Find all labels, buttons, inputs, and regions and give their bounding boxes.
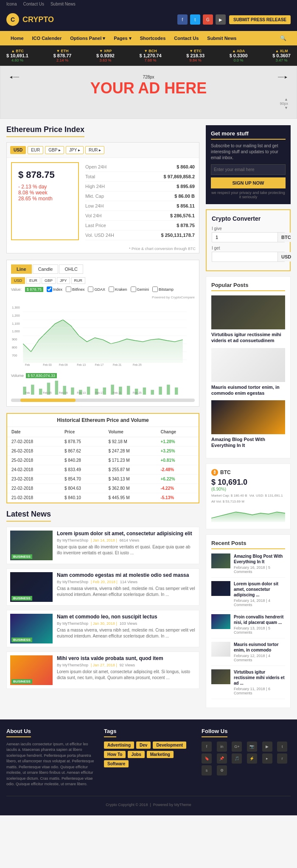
ticker-ada-change: 0.0 % [234,58,244,62]
nav-shortcodes[interactable]: Shortcodes [136,31,170,45]
ticker-btc[interactable]: ▲ BTC $ 10,691.1 4.60 % [6,49,28,62]
tab-gbp[interactable]: GBP ▸ [45,146,64,154]
footer-social-btn-10[interactable]: ▸ [262,753,272,764]
topbar-link-submit[interactable]: Submit News [50,2,76,6]
social-googleplus[interactable]: G [203,14,213,25]
footer-social-btn-0[interactable]: f [202,742,212,752]
topbar-link-icona[interactable]: Icona [6,2,17,6]
source-tab-eur[interactable]: EUR [26,277,40,284]
topbar-link-contact[interactable]: Contact Us [23,2,44,6]
popular-post-thumbnail [211,348,285,382]
filter-index[interactable]: Index [47,287,62,292]
filter-gemini[interactable]: Gemini [131,287,149,292]
tab-eur[interactable]: EUR [28,146,43,154]
footer-social-btn-4[interactable]: ▶ [262,742,272,752]
chart-tab-candle[interactable]: Candle [33,264,59,274]
popular-post-title[interactable]: Amazing Blog Post With Everything In It [211,436,285,449]
source-tab-jpy[interactable]: JPY [57,277,70,284]
submit-press-release-button[interactable]: SUBMIT PRESS RELEASE [229,15,291,24]
popular-post-title[interactable]: Virtutibus igitur rectissime mihi videri… [211,331,285,344]
recent-post-content: Proin convallis hendrerit nisi, id place… [234,614,285,635]
main-nav: Home ICO Calender Options Panel ▾ Pages … [0,31,297,45]
ticker-etc[interactable]: ▼ ETC $ 218.33 9.84 % [186,49,205,62]
recent-post-title[interactable]: Virtutibus igitur rectissime mihi videri… [234,669,285,686]
popular-post-item: Amazing Blog Post With Everything In It [211,400,285,449]
newsletter-signup-button[interactable]: SIGN UP NOW [211,177,286,188]
footer-tag[interactable]: Development [153,742,186,749]
news-list: BUSINESS Lorem ipsum dolor sit amet, con… [6,527,199,689]
price-note: * Price & chart conversion through BTC [7,244,199,253]
news-title[interactable]: Lorem ipsum dolor sit amet, consectetur … [57,531,196,537]
svg-text:Feb 03: Feb 03 [43,363,52,366]
social-youtube[interactable]: ▶ [216,14,226,25]
tab-usd[interactable]: USD [10,146,26,154]
recent-post-title[interactable]: Proin convallis hendrerit nisi, id place… [234,614,285,625]
chart-tab-ohlc[interactable]: OHLC [59,264,83,274]
footer-social-btn-9[interactable]: ⚡ [247,753,257,764]
source-tab-gbp[interactable]: GBP [42,277,56,284]
ticker-xrp[interactable]: ▼ XRP $ 0.9392 3.63 % [96,49,115,62]
ticker-xlm[interactable]: ▲ XLM $ 0.3607 3.47 % [272,49,291,62]
footer-social-btn-11[interactable]: r [277,753,287,764]
news-meta: By MyThemeShop | Jan 30, 2018 | 103 View… [57,621,196,626]
footer-social-btn-8[interactable]: 🎵 [232,753,242,764]
popular-post-title[interactable]: Mauris euismod tortor enim, in commodo e… [211,384,285,396]
footer-social-btn-12[interactable]: s [202,765,212,775]
footer-social-btn-2[interactable]: G+ [232,742,242,752]
recent-post-title[interactable]: Mauris euismod tortor enim, in commodo [234,642,285,653]
social-twitter[interactable]: t [190,14,200,25]
price-ticker: ▲ BTC $ 10,691.1 4.60 % ▼ ETH $ 878.77 2… [0,45,297,66]
nav-pages[interactable]: Pages ▾ [109,31,135,45]
converter-give-input[interactable] [212,233,277,242]
recent-post-title[interactable]: Amazing Blog Post With Everything In It [234,553,285,565]
recent-post-title[interactable]: Lorem ipsum dolor sit amet, consectetur … [234,581,285,598]
filter-kraken[interactable]: Kraken [109,287,127,292]
filter-bitfinex[interactable]: Bitfinex [66,287,85,292]
footer-tag[interactable]: Jobs [128,751,144,758]
nav-contact[interactable]: Contact Us [170,31,203,45]
converter-get-input[interactable] [212,252,277,261]
source-tab-usd[interactable]: USD [11,277,25,284]
sidebar: Get more stuff Subscribe to our mailing … [206,125,291,713]
recent-post-meta: February 13, 2018 | 5 Comments [234,626,285,635]
chart-tab-line[interactable]: Line [11,264,32,274]
source-tab-rur[interactable]: RUR [71,277,86,284]
tab-jpy[interactable]: JPY ▸ [66,146,84,154]
chart-scrollbar[interactable] [11,399,195,402]
newsletter-email-input[interactable] [211,164,286,175]
news-title[interactable]: Nam commodo egestas mi at molestie odio … [57,572,196,578]
footer-social-btn-3[interactable]: 📷 [247,742,257,752]
svg-text:Feb: Feb [25,363,30,366]
footer-tag[interactable]: Software [104,760,129,767]
footer-tag[interactable]: Dev [136,742,151,749]
news-title[interactable]: Nam et commodo leo, non suscipit lectus [57,614,196,620]
footer-tag[interactable]: Advertising [104,742,134,749]
nav-options-panel[interactable]: Options Panel ▾ [66,31,109,45]
footer-tag[interactable]: How To [104,751,126,758]
footer-social-btn-7[interactable]: 📌 [217,753,227,764]
footer-social-btn-6[interactable]: 🔖 [202,753,212,764]
news-title[interactable]: Mihi vero ista valde probata sunt, quod … [57,655,196,661]
nav-ico-calender[interactable]: ICO Calender [28,31,66,45]
footer-social-btn-1[interactable]: in [217,742,227,752]
nav-home[interactable]: Home [6,31,28,45]
nav-search-icon[interactable]: 🔍 [276,31,291,45]
logo[interactable]: C CRYPTO [6,13,54,26]
cell-volume: $ 92.18 M [104,437,156,447]
filter-gdax[interactable]: GDAX [88,287,105,292]
social-facebook[interactable]: f [177,14,188,25]
filter-bitstamp[interactable]: Bitstamp [152,287,174,292]
recent-post-content: Lorem ipsum dolor sit amet, consectetur … [234,581,285,607]
news-content: Nam et commodo leo, non suscipit lectus … [57,614,196,643]
news-meta: By MyThemeShop | Jan 14, 2018 | 6614 Vie… [57,538,196,542]
ticker-bch[interactable]: ▼ BCH $ 1,270.74 7.68 % [140,49,162,62]
ad-banner[interactable]: ◄── 728px ──► YOUR AD HERE ▲90px▼ [0,66,297,119]
nav-submit-news[interactable]: Submit News [203,31,241,45]
footer-grid: About Us Aenean iaculis consectetur ipsu… [6,728,291,787]
footer-tag[interactable]: Marketing [147,751,174,758]
footer-social-btn-5[interactable]: t [277,742,287,752]
ticker-ada[interactable]: ▲ ADA $ 0.3300 0.0 % [230,49,248,62]
footer-social-btn-13[interactable]: ⚙ [217,765,227,775]
ticker-eth[interactable]: ▼ ETH $ 878.77 2.14 % [53,49,72,62]
tab-rur[interactable]: RUR ▸ [85,146,104,154]
